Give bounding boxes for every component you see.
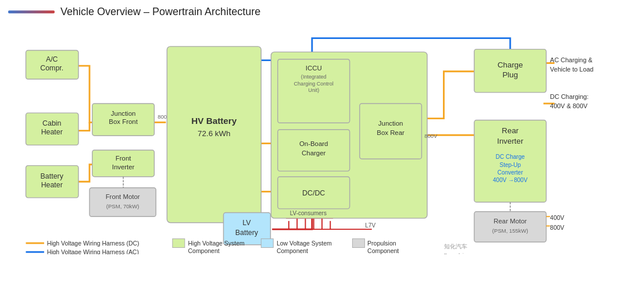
svg-text:Inverter: Inverter — [497, 137, 524, 145]
svg-text:Box Rear: Box Rear — [377, 129, 405, 136]
diagram-title: Vehicle Overview – Powertrain Architectu… — [60, 6, 260, 18]
svg-text:Heater: Heater — [41, 181, 63, 189]
title-gradient-bar — [8, 10, 55, 13]
svg-text:400V: 400V — [550, 215, 564, 221]
svg-text:DC Charge: DC Charge — [496, 154, 525, 160]
svg-text:(PSM, 155kW): (PSM, 155kW) — [492, 227, 528, 234]
svg-text:800V: 800V — [424, 133, 438, 139]
svg-text:DC Charging:: DC Charging: — [550, 93, 588, 100]
svg-text:High Voltage Wiring Harness (D: High Voltage Wiring Harness (DC) — [47, 240, 139, 247]
svg-text:AC Charging &: AC Charging & — [550, 56, 593, 63]
svg-text:Battery: Battery — [235, 229, 259, 237]
svg-text:High Voltage Wiring Harness (A: High Voltage Wiring Harness (AC) — [47, 249, 139, 254]
title-area: Vehicle Overview – Powertrain Architectu… — [8, 6, 636, 18]
svg-text:DC/DC: DC/DC — [302, 189, 325, 197]
svg-text:(PSM, 70kW): (PSM, 70kW) — [106, 203, 139, 209]
svg-text:Component: Component — [367, 248, 399, 254]
svg-text:LV-consumers: LV-consumers — [290, 210, 327, 216]
svg-text:Battery: Battery — [41, 172, 64, 180]
svg-text:Propulsion: Propulsion — [444, 252, 470, 254]
svg-text:Component: Component — [188, 248, 220, 254]
svg-text:400V & 800V: 400V & 800V — [550, 102, 588, 109]
svg-text:A/C: A/C — [46, 55, 58, 63]
svg-text:ICCU: ICCU — [306, 65, 322, 72]
svg-text:Step-Up: Step-Up — [499, 162, 521, 168]
svg-text:Converter: Converter — [498, 169, 524, 176]
diagram-svg: A/C Compr. Cabin Heater Battery Heater J… — [8, 22, 636, 254]
svg-text:Unit): Unit) — [308, 87, 319, 93]
svg-text:Charge: Charge — [498, 61, 523, 69]
svg-text:72.6 kWh: 72.6 kWh — [198, 129, 230, 138]
svg-text:Cabin: Cabin — [42, 119, 61, 127]
diagram-container: Vehicle Overview – Powertrain Architectu… — [0, 0, 644, 306]
svg-text:Low Voltage System: Low Voltage System — [277, 240, 332, 247]
svg-text:Charger: Charger — [302, 150, 325, 156]
svg-text:Component: Component — [277, 248, 308, 254]
svg-text:Front Motor: Front Motor — [106, 193, 140, 200]
svg-text:Box Front: Box Front — [109, 118, 138, 125]
svg-text:Rear Motor: Rear Motor — [493, 218, 527, 225]
diagram-area: A/C Compr. Cabin Heater Battery Heater J… — [8, 22, 636, 254]
svg-text:Junction: Junction — [111, 110, 135, 117]
svg-text:400V →800V: 400V →800V — [493, 177, 528, 183]
svg-text:800V: 800V — [550, 225, 564, 231]
svg-text:Heater: Heater — [41, 128, 63, 136]
svg-text:Vehicle to Load: Vehicle to Load — [550, 66, 593, 73]
svg-text:知化汽车: 知化汽车 — [444, 243, 467, 250]
svg-rect-87 — [352, 239, 364, 247]
svg-text:L7V: L7V — [365, 222, 375, 229]
svg-text:On-Board: On-Board — [299, 140, 328, 147]
svg-text:Propulsion: Propulsion — [367, 240, 396, 247]
svg-text:HV Battery: HV Battery — [191, 116, 237, 126]
svg-text:Charging Control: Charging Control — [294, 81, 334, 87]
svg-text:Front: Front — [116, 155, 131, 162]
svg-text:Inverter: Inverter — [112, 163, 135, 170]
svg-text:(Integrated: (Integrated — [301, 74, 327, 80]
svg-rect-81 — [173, 239, 185, 247]
svg-rect-26 — [90, 188, 156, 217]
svg-text:LV: LV — [242, 219, 251, 227]
svg-text:High Voltage System: High Voltage System — [188, 240, 245, 247]
svg-text:Rear: Rear — [502, 126, 518, 135]
svg-text:Plug: Plug — [502, 70, 518, 79]
svg-text:Junction: Junction — [378, 120, 403, 127]
svg-text:Compr.: Compr. — [40, 64, 63, 72]
svg-rect-84 — [261, 239, 273, 247]
svg-rect-58 — [474, 212, 546, 242]
